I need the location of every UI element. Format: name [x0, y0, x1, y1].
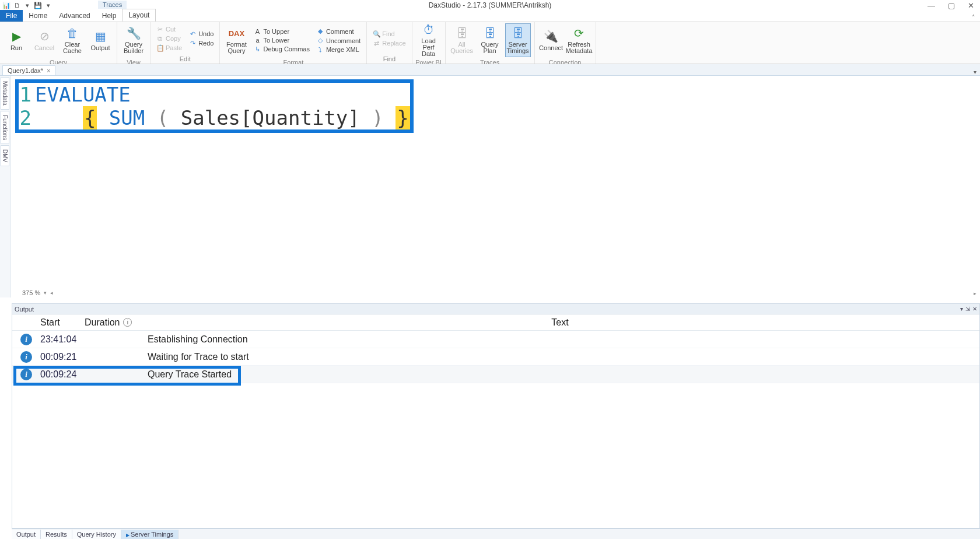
- output-close-icon[interactable]: ✕: [972, 306, 977, 312]
- window-controls: — ▢ ✕: [928, 1, 980, 10]
- find-icon: 🔍: [373, 30, 380, 38]
- qat-save-icon[interactable]: 💾: [34, 1, 42, 9]
- replace-icon: ⇄: [373, 40, 380, 47]
- format-query-label: Format Query: [223, 41, 249, 54]
- query-builder-button[interactable]: 🔧Query Builder: [121, 23, 146, 57]
- scroll-right-icon[interactable]: ▸: [974, 290, 977, 296]
- line-number: 2: [19, 106, 35, 130]
- maximize-button[interactable]: ▢: [948, 1, 955, 10]
- tab-layout[interactable]: Layout: [122, 9, 156, 22]
- side-tab-functions[interactable]: Functions: [1, 111, 9, 144]
- qat-new-icon[interactable]: 🗋: [13, 1, 21, 9]
- bottom-tab-output[interactable]: Output: [12, 530, 41, 539]
- output-columns: Start Durationi Text: [12, 314, 979, 331]
- merge-icon: ⤵: [317, 46, 324, 53]
- output-dropdown-icon[interactable]: ▾: [960, 306, 963, 312]
- load-perf-label: Load Perf Data: [416, 38, 442, 57]
- to-lower-button[interactable]: aTo Lower: [251, 36, 312, 44]
- zoom-level[interactable]: 375 %: [22, 289, 40, 296]
- editor-status-bar: 375 % ▾ ◂: [22, 289, 53, 296]
- output-row[interactable]: i 23:41:04 Establishing Connection: [12, 331, 979, 348]
- close-button[interactable]: ✕: [968, 1, 974, 10]
- ribbon-tabs: Traces File Home Advanced Help Layout ˄: [0, 10, 980, 22]
- refresh-meta-label: Refresh Metadata: [566, 41, 593, 54]
- debug-icon: ↳: [254, 46, 261, 53]
- refresh-icon: ⟳: [572, 26, 586, 40]
- undo-button[interactable]: ↶Undo: [187, 30, 216, 38]
- token-evaluate: EVALUATE: [35, 83, 131, 106]
- token-right-paren: ): [372, 106, 383, 130]
- doc-tab-close-icon[interactable]: ×: [47, 68, 50, 74]
- group-format: DAXFormat Query ATo Upper aTo Lower ↳Deb…: [220, 22, 367, 64]
- output-title: Output: [15, 306, 34, 313]
- bottom-tab-server-timings[interactable]: ▶Server Timings: [121, 530, 178, 539]
- output-label: Output: [90, 44, 110, 51]
- clear-cache-button[interactable]: 🗑Clear Cache: [60, 23, 85, 57]
- tab-home[interactable]: Home: [23, 10, 53, 22]
- ribbon-collapse-icon[interactable]: ˄: [972, 14, 975, 22]
- side-tab-dmv[interactable]: DMV: [1, 145, 9, 166]
- qat-dropdown2-icon[interactable]: ▾: [44, 1, 52, 9]
- uncomment-button[interactable]: ◇Uncomment: [314, 36, 363, 45]
- row-start: 00:09:24: [40, 369, 85, 380]
- debug-commas-button[interactable]: ↳Debug Commas: [251, 45, 312, 54]
- context-tab-label: Traces: [98, 1, 127, 9]
- replace-button[interactable]: ⇄Replace: [370, 39, 408, 48]
- tab-file[interactable]: File: [0, 10, 23, 22]
- merge-xml-button[interactable]: ⤵Merge XML: [314, 46, 363, 54]
- doc-tab-query1[interactable]: Query1.dax* ×: [2, 65, 55, 75]
- clear-cache-icon: 🗑: [65, 26, 79, 40]
- doc-tabs-dropdown-icon[interactable]: ▾: [974, 69, 977, 75]
- server-timings-label: Server Timings: [506, 41, 530, 54]
- token-indent: [35, 106, 83, 130]
- copy-button[interactable]: ⧉Copy: [154, 34, 184, 43]
- row-start: 00:09:21: [40, 352, 85, 362]
- tab-help[interactable]: Help: [96, 10, 123, 22]
- query-plan-button[interactable]: 🗄Query Plan: [477, 23, 503, 57]
- bottom-tab-history[interactable]: Query History: [72, 530, 121, 539]
- server-timings-icon: 🗄: [511, 26, 525, 40]
- bottom-tab-results[interactable]: Results: [41, 530, 72, 539]
- paste-button[interactable]: 📋Paste: [154, 44, 184, 52]
- qat-dropdown-icon[interactable]: ▾: [23, 1, 32, 9]
- comment-icon: ◆: [317, 27, 324, 35]
- comment-button[interactable]: ◆Comment: [314, 27, 363, 36]
- workspace: Metadata Functions DMV 1 EVALUATE 2 { SU…: [0, 76, 980, 298]
- code-editor[interactable]: 1 EVALUATE 2 { SUM ( Sales[Quantity] ) }: [10, 76, 980, 298]
- output-row[interactable]: i 00:09:21 Waiting for Trace to start: [12, 348, 979, 366]
- group-find: 🔍Find ⇄Replace Find: [367, 22, 412, 64]
- cancel-button[interactable]: ⊘Cancel: [32, 23, 57, 57]
- query-plan-icon: 🗄: [483, 26, 497, 40]
- minimize-button[interactable]: —: [928, 1, 935, 10]
- uncomment-icon: ◇: [317, 37, 324, 44]
- output-pin-icon[interactable]: ⇲: [965, 306, 970, 312]
- find-button[interactable]: 🔍Find: [370, 30, 408, 38]
- redo-button[interactable]: ↷Redo: [187, 39, 216, 48]
- group-label-edit: Edit: [150, 55, 219, 64]
- zoom-dropdown-icon[interactable]: ▾: [44, 290, 47, 296]
- cut-button[interactable]: ✂Cut: [154, 25, 184, 34]
- row-start: 23:41:04: [40, 334, 85, 345]
- quick-access-toolbar: 📊 🗋 ▾ 💾 ▾: [0, 1, 52, 9]
- run-button[interactable]: ▶Run: [4, 23, 29, 57]
- col-text[interactable]: Text: [141, 317, 979, 328]
- col-duration[interactable]: Durationi: [85, 317, 141, 328]
- refresh-metadata-button[interactable]: ⟳Refresh Metadata: [566, 23, 592, 57]
- connect-label: Connect: [539, 44, 563, 51]
- load-perf-button[interactable]: ⏱Load Perf Data: [416, 23, 442, 57]
- format-query-button[interactable]: DAXFormat Query: [223, 23, 249, 57]
- tab-advanced[interactable]: Advanced: [53, 10, 96, 22]
- col-start[interactable]: Start: [40, 317, 85, 328]
- query-plan-label: Query Plan: [477, 41, 503, 54]
- output-row[interactable]: i 00:09:24 Query Trace Started: [12, 366, 979, 383]
- all-queries-button[interactable]: 🗄All Queries: [449, 23, 475, 57]
- connect-button[interactable]: 🔌Connect: [538, 23, 564, 57]
- to-upper-button[interactable]: ATo Upper: [251, 27, 312, 36]
- run-label: Run: [10, 44, 22, 51]
- info-icon[interactable]: i: [123, 318, 132, 327]
- token-sum: SUM: [109, 106, 145, 130]
- side-tab-metadata[interactable]: Metadata: [1, 77, 9, 110]
- scroll-left-icon[interactable]: ◂: [50, 290, 53, 296]
- server-timings-button[interactable]: 🗄Server Timings: [505, 23, 531, 57]
- output-button[interactable]: ▦Output: [88, 23, 113, 57]
